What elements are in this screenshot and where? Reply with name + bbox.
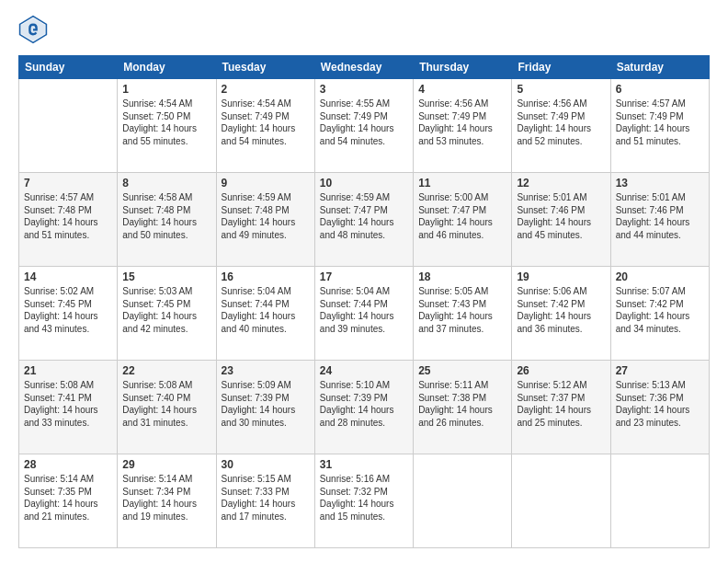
day-info: Sunrise: 5:16 AM Sunset: 7:32 PM Dayligh…	[320, 473, 408, 523]
calendar-cell: 29Sunrise: 5:14 AM Sunset: 7:34 PM Dayli…	[118, 454, 216, 548]
calendar-cell	[19, 79, 118, 173]
calendar-cell: 9Sunrise: 4:59 AM Sunset: 7:48 PM Daylig…	[216, 173, 314, 267]
day-info: Sunrise: 5:12 AM Sunset: 7:37 PM Dayligh…	[517, 379, 605, 429]
calendar-day-header: Wednesday	[314, 56, 413, 79]
day-number: 14	[24, 270, 112, 283]
calendar-cell: 30Sunrise: 5:15 AM Sunset: 7:33 PM Dayli…	[216, 454, 314, 548]
day-number: 4	[418, 83, 506, 96]
calendar-cell: 7Sunrise: 4:57 AM Sunset: 7:48 PM Daylig…	[19, 173, 118, 267]
calendar-cell: 16Sunrise: 5:04 AM Sunset: 7:44 PM Dayli…	[216, 267, 314, 361]
calendar-cell	[414, 454, 512, 548]
calendar-cell: 21Sunrise: 5:08 AM Sunset: 7:41 PM Dayli…	[19, 361, 118, 454]
day-number: 15	[122, 270, 210, 283]
day-number: 20	[616, 270, 704, 283]
calendar-cell: 19Sunrise: 5:06 AM Sunset: 7:42 PM Dayli…	[512, 267, 610, 361]
calendar-cell: 23Sunrise: 5:09 AM Sunset: 7:39 PM Dayli…	[216, 361, 314, 454]
calendar-cell: 6Sunrise: 4:57 AM Sunset: 7:49 PM Daylig…	[610, 79, 709, 173]
day-number: 23	[222, 364, 310, 377]
calendar-cell: 3Sunrise: 4:55 AM Sunset: 7:49 PM Daylig…	[314, 79, 413, 173]
day-number: 10	[320, 177, 408, 190]
day-info: Sunrise: 4:59 AM Sunset: 7:47 PM Dayligh…	[320, 191, 408, 241]
day-info: Sunrise: 4:58 AM Sunset: 7:48 PM Dayligh…	[122, 191, 210, 241]
calendar-day-header: Monday	[118, 56, 216, 79]
calendar-cell: 28Sunrise: 5:14 AM Sunset: 7:35 PM Dayli…	[19, 454, 118, 548]
day-info: Sunrise: 5:06 AM Sunset: 7:42 PM Dayligh…	[517, 285, 605, 335]
day-number: 5	[517, 83, 605, 96]
day-info: Sunrise: 5:11 AM Sunset: 7:38 PM Dayligh…	[418, 379, 506, 429]
day-number: 22	[122, 364, 210, 377]
calendar-cell: 5Sunrise: 4:56 AM Sunset: 7:49 PM Daylig…	[512, 79, 610, 173]
calendar-cell: 8Sunrise: 4:58 AM Sunset: 7:48 PM Daylig…	[118, 173, 216, 267]
day-number: 31	[320, 458, 408, 471]
day-number: 24	[320, 364, 408, 377]
calendar-week-row: 7Sunrise: 4:57 AM Sunset: 7:48 PM Daylig…	[19, 173, 710, 267]
day-info: Sunrise: 5:09 AM Sunset: 7:39 PM Dayligh…	[222, 379, 310, 429]
day-number: 12	[517, 177, 605, 190]
calendar-week-row: 1Sunrise: 4:54 AM Sunset: 7:50 PM Daylig…	[19, 79, 710, 173]
calendar-day-header: Tuesday	[216, 56, 314, 79]
day-info: Sunrise: 5:03 AM Sunset: 7:45 PM Dayligh…	[122, 285, 210, 335]
calendar-day-header: Saturday	[610, 56, 709, 79]
calendar-cell: 4Sunrise: 4:56 AM Sunset: 7:49 PM Daylig…	[414, 79, 512, 173]
day-info: Sunrise: 5:13 AM Sunset: 7:36 PM Dayligh…	[616, 379, 704, 429]
day-info: Sunrise: 4:54 AM Sunset: 7:50 PM Dayligh…	[122, 98, 210, 147]
day-number: 29	[122, 458, 210, 471]
calendar-day-header: Thursday	[414, 56, 512, 79]
calendar-cell: 13Sunrise: 5:01 AM Sunset: 7:46 PM Dayli…	[610, 173, 709, 267]
calendar-cell: 24Sunrise: 5:10 AM Sunset: 7:39 PM Dayli…	[314, 361, 413, 454]
calendar-cell: 11Sunrise: 5:00 AM Sunset: 7:47 PM Dayli…	[414, 173, 512, 267]
day-info: Sunrise: 5:07 AM Sunset: 7:42 PM Dayligh…	[616, 285, 704, 335]
day-number: 26	[517, 364, 605, 377]
day-info: Sunrise: 5:08 AM Sunset: 7:40 PM Dayligh…	[122, 379, 210, 429]
day-info: Sunrise: 5:01 AM Sunset: 7:46 PM Dayligh…	[616, 191, 704, 241]
day-number: 25	[418, 364, 506, 377]
calendar-cell: 1Sunrise: 4:54 AM Sunset: 7:50 PM Daylig…	[118, 79, 216, 173]
day-info: Sunrise: 5:00 AM Sunset: 7:47 PM Dayligh…	[418, 191, 506, 241]
day-number: 30	[222, 458, 310, 471]
header	[18, 15, 710, 44]
day-info: Sunrise: 5:02 AM Sunset: 7:45 PM Dayligh…	[24, 285, 112, 335]
calendar-cell: 31Sunrise: 5:16 AM Sunset: 7:32 PM Dayli…	[314, 454, 413, 548]
day-info: Sunrise: 4:59 AM Sunset: 7:48 PM Dayligh…	[222, 191, 310, 241]
calendar-day-header: Friday	[512, 56, 610, 79]
logo-icon	[18, 15, 48, 44]
calendar-cell: 25Sunrise: 5:11 AM Sunset: 7:38 PM Dayli…	[414, 361, 512, 454]
day-info: Sunrise: 4:56 AM Sunset: 7:49 PM Dayligh…	[517, 98, 605, 147]
calendar-cell: 12Sunrise: 5:01 AM Sunset: 7:46 PM Dayli…	[512, 173, 610, 267]
day-info: Sunrise: 5:05 AM Sunset: 7:43 PM Dayligh…	[418, 285, 506, 335]
day-info: Sunrise: 5:14 AM Sunset: 7:35 PM Dayligh…	[24, 473, 112, 523]
day-number: 2	[222, 83, 310, 96]
day-info: Sunrise: 4:57 AM Sunset: 7:48 PM Dayligh…	[24, 191, 112, 241]
day-info: Sunrise: 5:14 AM Sunset: 7:34 PM Dayligh…	[122, 473, 210, 523]
calendar-cell: 10Sunrise: 4:59 AM Sunset: 7:47 PM Dayli…	[314, 173, 413, 267]
calendar-day-header: Sunday	[19, 56, 118, 79]
day-number: 21	[24, 364, 112, 377]
day-number: 6	[616, 83, 704, 96]
day-number: 7	[24, 177, 112, 190]
logo	[18, 15, 51, 44]
day-number: 19	[517, 270, 605, 283]
calendar-cell: 14Sunrise: 5:02 AM Sunset: 7:45 PM Dayli…	[19, 267, 118, 361]
day-number: 11	[418, 177, 506, 190]
day-number: 16	[222, 270, 310, 283]
day-info: Sunrise: 5:08 AM Sunset: 7:41 PM Dayligh…	[24, 379, 112, 429]
calendar-cell	[610, 454, 709, 548]
day-info: Sunrise: 5:01 AM Sunset: 7:46 PM Dayligh…	[517, 191, 605, 241]
day-number: 17	[320, 270, 408, 283]
day-info: Sunrise: 5:15 AM Sunset: 7:33 PM Dayligh…	[222, 473, 310, 523]
calendar-cell: 22Sunrise: 5:08 AM Sunset: 7:40 PM Dayli…	[118, 361, 216, 454]
day-number: 13	[616, 177, 704, 190]
calendar-cell	[512, 454, 610, 548]
day-info: Sunrise: 5:04 AM Sunset: 7:44 PM Dayligh…	[222, 285, 310, 335]
calendar-header-row: SundayMondayTuesdayWednesdayThursdayFrid…	[19, 56, 710, 79]
calendar-week-row: 21Sunrise: 5:08 AM Sunset: 7:41 PM Dayli…	[19, 361, 710, 454]
calendar-cell: 27Sunrise: 5:13 AM Sunset: 7:36 PM Dayli…	[610, 361, 709, 454]
day-info: Sunrise: 4:56 AM Sunset: 7:49 PM Dayligh…	[418, 98, 506, 147]
calendar-week-row: 28Sunrise: 5:14 AM Sunset: 7:35 PM Dayli…	[19, 454, 710, 548]
day-number: 18	[418, 270, 506, 283]
calendar-cell: 15Sunrise: 5:03 AM Sunset: 7:45 PM Dayli…	[118, 267, 216, 361]
day-info: Sunrise: 4:57 AM Sunset: 7:49 PM Dayligh…	[616, 98, 704, 147]
page: SundayMondayTuesdayWednesdayThursdayFrid…	[0, 0, 728, 563]
day-number: 28	[24, 458, 112, 471]
day-info: Sunrise: 4:55 AM Sunset: 7:49 PM Dayligh…	[320, 98, 408, 147]
